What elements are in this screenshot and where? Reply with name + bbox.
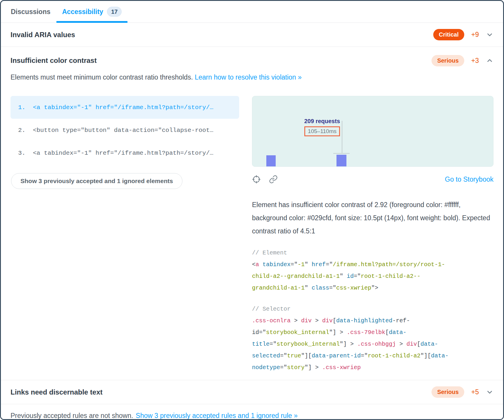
tab-bar: Discussions Accessibility 17 — [1, 1, 503, 23]
tooltip-title: 209 requests — [252, 118, 340, 125]
violating-element-3[interactable]: 3. <a tabindex="-1" href="/iframe.html?p… — [11, 142, 239, 164]
tab-accessibility[interactable]: Accessibility 17 — [56, 1, 128, 23]
footer: Previously accepted rules are not shown.… — [1, 404, 503, 420]
code-line: <a tabindex="-1" href="/iframe.html?path… — [252, 259, 493, 271]
rule-description: Elements must meet minimum color contras… — [11, 73, 493, 82]
rule-section-color-contrast: Insufficient color contrast Serious +3 E… — [1, 47, 503, 380]
severity-badge-critical: Critical — [433, 29, 464, 40]
violating-elements-list: 1. <a tabindex="-1" href="/iframe.html?p… — [11, 96, 239, 189]
chevron-down-icon[interactable] — [486, 388, 493, 396]
rule-row-color-contrast[interactable]: Insufficient color contrast Serious +3 — [11, 47, 493, 70]
tooltip-pointer-line — [342, 121, 342, 154]
show-accepted-rules-link[interactable]: Show 3 previously accepted rules and 1 i… — [136, 412, 298, 420]
rule-row-links-discernable-text[interactable]: Links need discernable text Serious +5 — [1, 380, 503, 404]
tab-accessibility-label: Accessibility — [62, 8, 103, 16]
code-line: title="storybook_internal"] > .css-ohbgg… — [252, 338, 493, 350]
more-count: +9 — [471, 31, 479, 39]
tab-discussions[interactable]: Discussions — [5, 1, 56, 23]
rule-title: Insufficient color contrast — [11, 56, 97, 65]
link-icon[interactable] — [269, 175, 278, 184]
code-line: .css-ocnlra > div > div[data-highlighted… — [252, 315, 493, 327]
code-line: grandchild-a1-1" class="css-xwriep"> — [252, 282, 493, 294]
go-to-storybook-link[interactable]: Go to Storybook — [445, 175, 493, 183]
severity-badge-serious: Serious — [431, 55, 464, 66]
code-comment: // Element — [252, 247, 493, 259]
crosshair-icon[interactable] — [252, 175, 261, 184]
tooltip-value-highlighted: 105–110ms — [304, 126, 340, 136]
chart-bar — [336, 155, 346, 166]
preview-actions: Go to Storybook — [252, 174, 493, 184]
accessibility-count-badge: 17 — [107, 7, 122, 17]
selector-code-block: // Selector.css-ocnlra > div > div[data-… — [252, 303, 493, 373]
rule-row-invalid-aria-values[interactable]: Invalid ARIA values Critical +9 — [1, 23, 503, 47]
violating-element-2[interactable]: 2. <button type="button" data-action="co… — [11, 119, 239, 142]
code-line: nodetype="story"] > .css-xwriep — [252, 362, 493, 373]
accessibility-panel: Discussions Accessibility 17 Invalid ARI… — [0, 0, 504, 420]
more-count: +3 — [471, 57, 479, 65]
element-detail-panel: 209 requests 105–110ms — [252, 96, 493, 373]
code-comment: // Selector — [252, 303, 493, 315]
chevron-down-icon[interactable] — [486, 31, 493, 39]
rule-title: Links need discernable text — [11, 388, 103, 396]
element-code-block: // Element<a tabindex="-1" href="/iframe… — [252, 247, 493, 294]
show-accepted-elements-button[interactable]: Show 3 previously accepted and 1 ignored… — [11, 173, 182, 189]
bar-cap — [333, 153, 350, 154]
code-line: id="storybook_internal"] > .css-79elbk[d… — [252, 327, 493, 338]
story-preview: 209 requests 105–110ms — [252, 96, 493, 167]
severity-badge-serious: Serious — [431, 386, 464, 398]
footer-text: Previously accepted rules are not shown. — [11, 412, 133, 420]
code-line: child-a2--grandchild-a1-1" id="root-1-ch… — [252, 271, 493, 282]
tab-discussions-label: Discussions — [11, 8, 51, 16]
violation-detail-text: Element has insufficient color contrast … — [252, 198, 493, 238]
preview-tooltip: 209 requests 105–110ms — [252, 118, 340, 136]
more-count: +5 — [471, 388, 479, 396]
rule-detail-columns: 1. <a tabindex="-1" href="/iframe.html?p… — [11, 96, 493, 373]
rule-title: Invalid ARIA values — [11, 31, 75, 39]
resolve-violation-link[interactable]: Learn how to resolve this violation » — [195, 73, 302, 81]
violating-element-1[interactable]: 1. <a tabindex="-1" href="/iframe.html?p… — [11, 96, 239, 119]
chart-bar — [266, 155, 276, 166]
chevron-up-icon[interactable] — [486, 57, 493, 64]
code-line: selected="true"][data-parent-id="root-1-… — [252, 350, 493, 362]
